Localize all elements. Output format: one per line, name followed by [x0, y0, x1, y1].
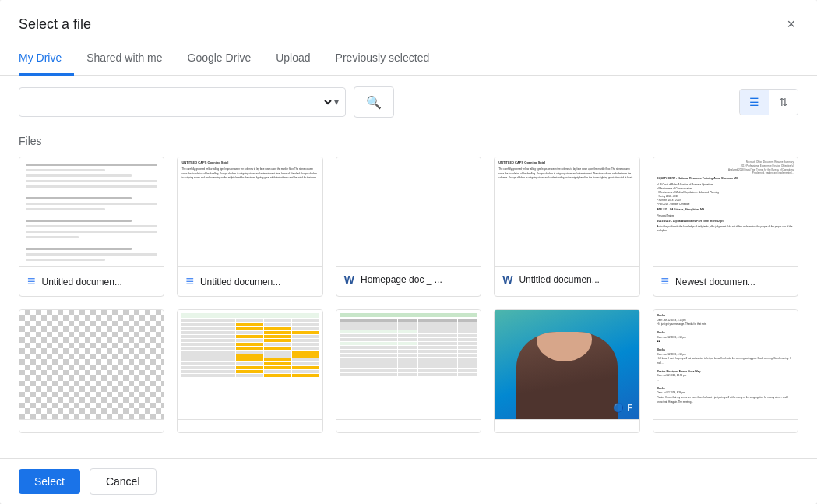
file-preview: UNTITLED CAPS Opening Spiel The carefull… [495, 157, 639, 266]
file-card[interactable]: ≡ Untitled documen... [19, 157, 164, 297]
file-card[interactable]: W Homepage doc _ ... [336, 157, 481, 297]
photo-watermark-icon: 🔵 F [613, 403, 632, 412]
word-icon: W [502, 273, 512, 286]
tab-google-drive[interactable]: Google Drive [175, 42, 264, 76]
dialog-footer: Select Cancel [0, 458, 817, 504]
file-info [178, 419, 322, 432]
search-select-wrapper: ▾ [19, 87, 346, 117]
close-button[interactable]: × [784, 14, 798, 34]
file-name: Homepage doc _ ... [361, 274, 442, 285]
docs-icon: ≡ [661, 273, 670, 290]
dialog-header: Select a file × [0, 0, 817, 34]
content-area: Files [0, 129, 817, 458]
file-preview [178, 310, 322, 419]
file-info: ≡ Newest documen... [653, 266, 798, 296]
folder-select[interactable] [26, 91, 334, 113]
file-info: ≡ Untitled documen... [178, 266, 322, 296]
file-preview [336, 157, 481, 266]
tab-previously-selected[interactable]: Previously selected [323, 42, 442, 76]
file-info [653, 419, 798, 432]
file-info [336, 419, 481, 432]
file-preview: UNTITLED CAPS Opening Spiel The carefull… [178, 157, 322, 266]
file-card[interactable] [19, 309, 164, 433]
file-card[interactable]: UNTITLED CAPS Opening Spiel The carefull… [177, 157, 322, 297]
select-button[interactable]: Select [19, 469, 80, 494]
docs-icon: ≡ [185, 273, 194, 290]
file-preview: 🔵 F [495, 310, 639, 419]
tab-my-drive[interactable]: My Drive [19, 42, 74, 76]
file-info [495, 419, 639, 432]
file-card[interactable] [177, 309, 322, 433]
file-name: Untitled documen... [519, 274, 599, 285]
tab-upload[interactable]: Upload [263, 42, 322, 76]
file-card[interactable]: Becks Date: Jan 12 2019, 4:16 pm Hi I ju… [653, 309, 798, 433]
section-label: Files [19, 135, 798, 147]
file-card[interactable]: 🔵 F [494, 309, 639, 433]
file-name: Untitled documen... [42, 277, 122, 287]
cancel-button[interactable]: Cancel [90, 468, 157, 495]
file-info: W Untitled documen... [495, 266, 639, 292]
file-preview [19, 310, 164, 419]
tab-shared-with-me[interactable]: Shared with me [74, 42, 174, 76]
toolbar: ▾ 🔍 ☰ ⇅ [0, 76, 817, 129]
file-card[interactable] [336, 309, 481, 433]
file-info: W Homepage doc _ ... [336, 266, 481, 292]
chevron-down-icon: ▾ [334, 97, 339, 107]
file-info: ≡ Untitled documen... [19, 266, 164, 296]
search-button[interactable]: 🔍 [354, 86, 394, 118]
file-preview [19, 157, 164, 266]
list-view-button[interactable]: ☰ [740, 90, 769, 115]
file-card[interactable]: UNTITLED CAPS Opening Spiel The carefull… [494, 157, 639, 297]
sort-button[interactable]: ⇅ [769, 90, 798, 115]
file-name: Newest documen... [675, 277, 755, 287]
file-preview: Microsoft Office Document Resume Summary… [653, 157, 798, 266]
file-preview: Becks Date: Jan 12 2019, 4:16 pm Hi I ju… [653, 310, 798, 419]
word-icon: W [344, 273, 354, 286]
view-toggle: ☰ ⇅ [739, 89, 798, 115]
dialog-title: Select a file [19, 16, 91, 33]
file-info [19, 419, 164, 432]
search-icon: 🔍 [366, 96, 382, 109]
list-icon: ☰ [749, 96, 759, 108]
docs-icon: ≡ [27, 273, 36, 290]
tabs-bar: My Drive Shared with me Google Drive Upl… [0, 42, 817, 76]
file-name: Untitled documen... [200, 277, 280, 287]
files-grid: ≡ Untitled documen... UNTITLED CAPS Open… [19, 157, 798, 433]
sort-icon: ⇅ [779, 96, 788, 108]
file-card[interactable]: Microsoft Office Document Resume Summary… [653, 157, 798, 297]
file-preview [336, 310, 481, 419]
file-picker-dialog: Select a file × My Drive Shared with me … [0, 0, 817, 504]
